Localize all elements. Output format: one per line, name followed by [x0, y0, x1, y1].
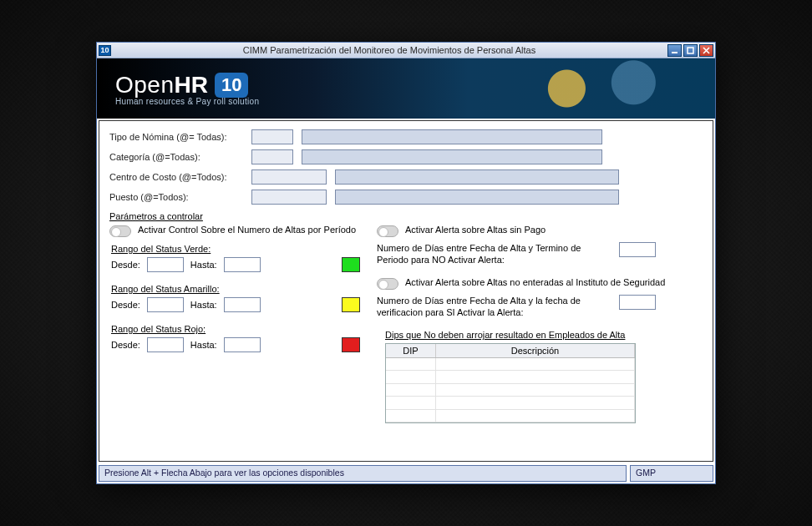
- grid-header-desc: Descripción: [436, 344, 635, 357]
- rango-rojo-title: Rango del Status Rojo:: [111, 324, 360, 334]
- rojo-hasta-input[interactable]: [224, 337, 261, 352]
- rango-verde-title: Rango del Status Verde:: [111, 244, 360, 254]
- centro-desc-input[interactable]: [335, 169, 619, 185]
- categoria-code-input[interactable]: [251, 149, 293, 164]
- svg-rect-0: [672, 52, 678, 53]
- amarillo-desde-label: Desde:: [111, 300, 140, 310]
- yellow-swatch-icon: [342, 297, 360, 312]
- maximize-button[interactable]: [683, 44, 698, 57]
- categoria-desc-input[interactable]: [302, 149, 602, 164]
- verde-hasta-label: Hasta:: [190, 260, 217, 270]
- right-column: Activar Alerta sobre Altas sin Pago Nume…: [377, 225, 703, 423]
- table-row[interactable]: [386, 397, 635, 409]
- rango-amarillo-title: Rango del Status Amarillo:: [111, 284, 360, 294]
- form-panel: Tipo de Nómina (@= Todas): Categoría (@=…: [99, 120, 713, 462]
- centro-code-input[interactable]: [251, 169, 327, 185]
- rojo-desde-input[interactable]: [147, 337, 184, 352]
- window-title: CIMM Parametrización del Monitoreo de Mo…: [111, 45, 667, 55]
- dias-si-activar-input[interactable]: [619, 295, 656, 310]
- left-column: Activar Control Sobre el Numero de Altas…: [109, 225, 360, 423]
- verde-hasta-input[interactable]: [224, 257, 261, 272]
- brand-banner: OpenHR 10 Human resources & Pay roll sol…: [97, 58, 715, 119]
- tipo-nomina-code-input[interactable]: [251, 129, 293, 144]
- green-swatch-icon: [342, 257, 360, 272]
- dips-grid[interactable]: DIP Descripción: [385, 343, 636, 423]
- toggle-alerta-sin-pago-label: Activar Alerta sobre Altas sin Pago: [405, 225, 546, 235]
- toggle-alerta-instituto-label: Activar Alerta sobre Altas no enteradas …: [405, 277, 665, 288]
- dias-no-activar-label: Numero de Días entre Fecha de Alta y Ter…: [377, 242, 611, 266]
- toggle-alerta-instituto[interactable]: [377, 278, 398, 290]
- puesto-label: Puesto (@=Todos):: [109, 192, 251, 202]
- brand-version-badge: 10: [215, 73, 248, 98]
- statusbar: Presione Alt + Flecha Abajo para ver las…: [99, 465, 713, 482]
- red-swatch-icon: [342, 337, 360, 352]
- amarillo-hasta-input[interactable]: [224, 297, 261, 312]
- table-row[interactable]: [386, 358, 635, 371]
- tipo-nomina-label: Tipo de Nómina (@= Todas):: [109, 132, 251, 142]
- app-window: 10 CIMM Parametrización del Monitoreo de…: [96, 42, 716, 484]
- app-icon: 10: [99, 45, 111, 56]
- grid-header-dip: DIP: [386, 344, 436, 357]
- amarillo-desde-input[interactable]: [147, 297, 184, 312]
- table-row[interactable]: [386, 371, 635, 383]
- toggle-alerta-sin-pago[interactable]: [377, 225, 398, 237]
- status-hint: Presione Alt + Flecha Abajo para ver las…: [99, 465, 627, 482]
- table-row[interactable]: [386, 410, 635, 422]
- titlebar: 10 CIMM Parametrización del Monitoreo de…: [97, 43, 715, 58]
- toggle-control-altas-label: Activar Control Sobre el Numero de Altas…: [138, 225, 356, 235]
- svg-rect-1: [688, 48, 693, 53]
- dips-excepcion-title: Dips que No deben arrojar resultado en E…: [385, 330, 703, 340]
- dias-no-activar-input[interactable]: [619, 242, 656, 257]
- table-row[interactable]: [386, 384, 635, 397]
- categoria-label: Categoría (@=Todas):: [109, 152, 251, 162]
- window-controls: [667, 44, 713, 57]
- parametros-title: Parámetros a controlar: [109, 211, 703, 221]
- puesto-desc-input[interactable]: [335, 190, 619, 205]
- status-user: GMP: [630, 465, 713, 482]
- dias-si-activar-label: Numero de Días entre Fecha de Alta y la …: [377, 295, 611, 318]
- centro-label: Centro de Costo (@=Todos):: [109, 172, 251, 182]
- puesto-code-input[interactable]: [251, 190, 327, 205]
- brand-subtitle: Human resources & Pay roll solution: [115, 97, 259, 106]
- close-button[interactable]: [699, 44, 713, 57]
- rojo-desde-label: Desde:: [111, 340, 140, 350]
- brand-name: OpenHR: [115, 72, 208, 99]
- toggle-control-altas[interactable]: [109, 225, 131, 237]
- amarillo-hasta-label: Hasta:: [190, 300, 217, 310]
- verde-desde-input[interactable]: [147, 257, 184, 272]
- minimize-button[interactable]: [667, 44, 682, 57]
- tipo-nomina-desc-input[interactable]: [302, 129, 602, 144]
- rojo-hasta-label: Hasta:: [190, 340, 217, 350]
- verde-desde-label: Desde:: [111, 260, 140, 270]
